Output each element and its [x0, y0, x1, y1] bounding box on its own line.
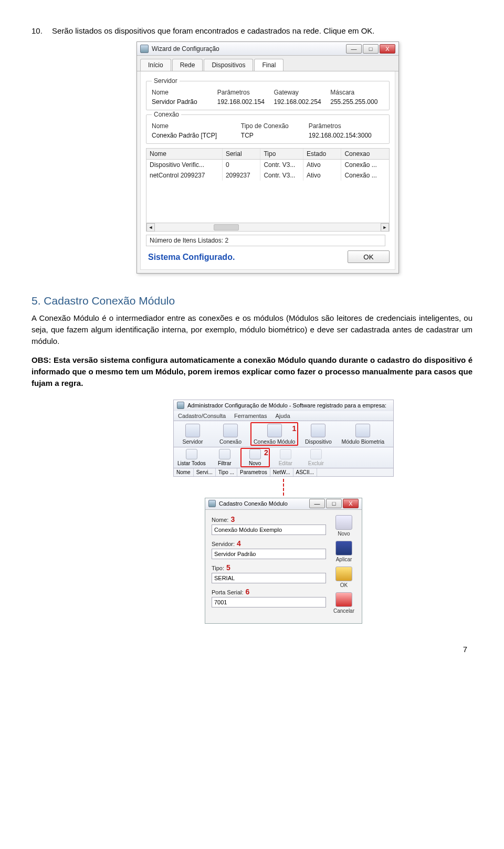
srv-head-gateway: Gateway: [274, 89, 327, 96]
select-servidor[interactable]: [212, 549, 326, 559]
server-icon: [185, 424, 200, 437]
select-tipo[interactable]: [212, 573, 326, 583]
gtab-nome[interactable]: Nome: [174, 468, 194, 476]
cell: Conexão ...: [341, 160, 389, 170]
tbtn2-label: Editar: [279, 460, 292, 466]
biometry-icon: [355, 424, 370, 437]
callout-1: 1: [292, 424, 297, 433]
tbtn-dispositivo[interactable]: Dispositivo: [299, 421, 337, 447]
save-icon: [335, 541, 352, 555]
tbtn-editar: Editar: [270, 447, 301, 468]
tbtn-conexao-modulo[interactable]: Conexão Módulo 1: [249, 421, 299, 447]
cell: Contr. V3...: [260, 170, 303, 181]
callout-2: 2: [264, 448, 268, 457]
admin-title: Administrador Configuração de Módulo - S…: [187, 402, 386, 408]
col-tipo[interactable]: Tipo: [260, 149, 303, 159]
label-porta: Porta Serial:6: [212, 588, 326, 596]
btn-ok[interactable]: OK: [332, 567, 355, 588]
minimize-button[interactable]: —: [309, 499, 325, 508]
srv-head-mask: Máscara: [330, 89, 384, 96]
col-conexao[interactable]: Conexao: [341, 149, 389, 159]
cell: 0: [223, 160, 260, 170]
step-number: 10.: [32, 26, 43, 35]
col-serial[interactable]: Serial: [223, 149, 260, 159]
tab-dispositivos[interactable]: Dispositivos: [204, 59, 253, 71]
maximize-button[interactable]: □: [363, 44, 379, 54]
callout-3: 3: [230, 515, 235, 523]
btn-novo[interactable]: Novo: [332, 515, 355, 537]
list-icon: [186, 449, 197, 459]
section-number: 5.: [32, 295, 41, 307]
check-icon: [335, 567, 352, 581]
scroll-right-icon[interactable]: ►: [381, 223, 389, 232]
cell: Ativo: [303, 170, 341, 181]
menu-ajuda[interactable]: Ajuda: [275, 413, 290, 419]
close-button[interactable]: X: [343, 499, 359, 508]
btn-aplicar[interactable]: Aplicar: [332, 541, 355, 562]
status-message: Sistema Configurado.: [146, 251, 235, 262]
edit-icon: [280, 449, 291, 459]
table-row[interactable]: Dispositivo Verific... 0 Contr. V3... At…: [146, 160, 389, 170]
tab-inicio[interactable]: Início: [140, 59, 171, 71]
btn-cancelar[interactable]: Cancelar: [332, 592, 355, 614]
srv-val-gateway: 192.168.002.254: [274, 98, 327, 106]
srv-head-nome: Nome: [152, 89, 214, 96]
fieldset-conexao: Conexão NomeConexão Padrão [TCP] Tipo de…: [146, 114, 390, 144]
scroll-left-icon[interactable]: ◄: [146, 223, 155, 232]
cx-val-tipo: TCP: [241, 132, 306, 139]
gtab-netw[interactable]: NetW...: [270, 468, 293, 476]
cell: Ativo: [303, 160, 341, 170]
dialog-title: Cadastro Conexão Módulo: [219, 500, 288, 507]
cell: Dispositivo Verific...: [146, 160, 223, 170]
maximize-button[interactable]: □: [326, 499, 342, 508]
new-icon: [335, 515, 352, 530]
toolbar-main: Servidor Conexão Conexão Módulo 1 Dispos…: [173, 421, 394, 447]
sbtn-label: Cancelar: [333, 608, 354, 614]
admin-screenshot: Administrador Configuração de Módulo - S…: [173, 400, 394, 624]
wizard-window: Wizard de Configuração — □ X Início Rede…: [136, 41, 399, 274]
gtab-param[interactable]: Parametros: [237, 468, 270, 476]
cancel-icon: [335, 592, 352, 607]
menu-cadastro[interactable]: Cadastro/Consulta: [178, 413, 226, 419]
col-nome[interactable]: Nome: [146, 149, 223, 159]
scroll-thumb[interactable]: [214, 224, 239, 230]
tbtn-excluir: Excluir: [301, 447, 331, 468]
tab-rede[interactable]: Rede: [172, 59, 203, 71]
tbtn-modulo-biometria[interactable]: Módulo Biometria: [337, 421, 388, 447]
input-nome[interactable]: [212, 525, 326, 535]
cx-head-nome: Nome: [152, 122, 238, 130]
tbtn-conexao[interactable]: Conexão: [212, 421, 249, 447]
gtab-ascii[interactable]: ASCII...: [293, 468, 317, 476]
menubar: Cadastro/Consulta Ferramentas Ajuda: [173, 411, 394, 421]
gtab-servi[interactable]: Servi...: [194, 468, 216, 476]
highlight-box-1: [250, 422, 298, 446]
connector-line: [283, 479, 284, 496]
app-icon: [177, 402, 184, 409]
close-button[interactable]: X: [380, 44, 395, 54]
table-row[interactable]: netControl 2099237 2099237 Contr. V3... …: [146, 170, 389, 181]
minimize-button[interactable]: —: [346, 44, 362, 54]
tbtn-filtrar[interactable]: Filtrar: [209, 447, 240, 468]
gtab-tipo[interactable]: Tipo ...: [216, 468, 237, 476]
ok-button[interactable]: OK: [348, 250, 390, 263]
app-icon: [140, 45, 149, 53]
horizontal-scrollbar[interactable]: ◄ ►: [146, 223, 389, 231]
cell: Contr. V3...: [260, 160, 303, 170]
fieldset-servidor: Servidor NomeServidor Padrão Parâmetros1…: [146, 81, 390, 110]
window-title: Wizard de Configuração: [152, 45, 219, 53]
delete-icon: [310, 449, 322, 459]
dialog-side-buttons: Novo Aplicar OK Cancelar: [331, 515, 356, 618]
obs-text: OBS: Esta versão sistema configura autom…: [32, 355, 472, 387]
cell: Conexão ...: [341, 170, 389, 181]
srv-val-mask: 255.255.255.000: [330, 98, 384, 106]
cx-val-param: 192.168.002.154:3000: [309, 132, 384, 139]
col-estado[interactable]: Estado: [303, 149, 341, 159]
menu-ferramentas[interactable]: Ferramentas: [234, 413, 267, 419]
sbtn-label: Aplicar: [336, 557, 352, 562]
select-porta-serial[interactable]: [212, 597, 326, 607]
tbtn-servidor[interactable]: Servidor: [174, 421, 212, 447]
tbtn-novo[interactable]: Novo 2: [240, 447, 270, 468]
globe-icon: [223, 424, 238, 437]
tab-final[interactable]: Final: [254, 59, 284, 71]
tbtn-listar-todos[interactable]: Listar Todos: [174, 447, 209, 468]
